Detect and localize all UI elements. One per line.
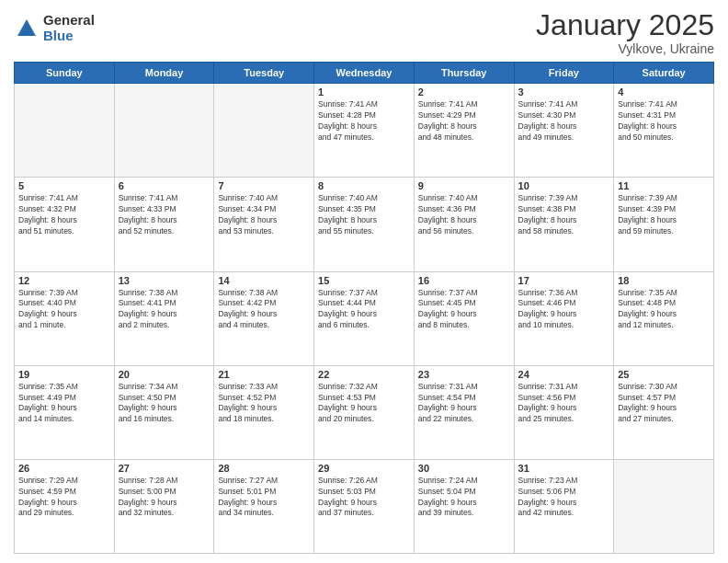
day-info: Sunrise: 7:33 AM Sunset: 4:52 PM Dayligh…	[218, 382, 310, 426]
day-number: 21	[218, 369, 310, 380]
day-number: 26	[18, 463, 110, 474]
weekday-header-friday: Friday	[514, 63, 614, 84]
calendar-cell-w0-d3: 1Sunrise: 7:41 AM Sunset: 4:28 PM Daylig…	[314, 84, 415, 178]
day-number: 25	[618, 369, 710, 380]
calendar-cell-w2-d4: 16Sunrise: 7:37 AM Sunset: 4:45 PM Dayli…	[414, 271, 514, 365]
day-info: Sunrise: 7:38 AM Sunset: 4:41 PM Dayligh…	[119, 288, 210, 332]
calendar-cell-w3-d2: 21Sunrise: 7:33 AM Sunset: 4:52 PM Dayli…	[214, 365, 314, 459]
day-number: 2	[418, 86, 510, 98]
day-number: 22	[318, 369, 410, 380]
day-info: Sunrise: 7:40 AM Sunset: 4:36 PM Dayligh…	[418, 193, 510, 237]
weekday-header-wednesday: Wednesday	[314, 63, 415, 84]
week-row-1: 5Sunrise: 7:41 AM Sunset: 4:32 PM Daylig…	[15, 178, 714, 271]
logo-icon	[14, 16, 40, 41]
calendar-cell-w4-d6	[614, 459, 714, 553]
day-number: 17	[518, 275, 610, 286]
calendar-cell-w2-d1: 13Sunrise: 7:38 AM Sunset: 4:41 PM Dayli…	[114, 271, 214, 365]
day-info: Sunrise: 7:41 AM Sunset: 4:30 PM Dayligh…	[518, 99, 610, 144]
day-info: Sunrise: 7:39 AM Sunset: 4:38 PM Dayligh…	[518, 193, 610, 237]
day-number: 11	[618, 180, 710, 191]
day-number: 15	[318, 275, 410, 286]
calendar-cell-w3-d4: 23Sunrise: 7:31 AM Sunset: 4:54 PM Dayli…	[414, 365, 514, 459]
calendar-cell-w4-d3: 29Sunrise: 7:26 AM Sunset: 5:03 PM Dayli…	[314, 459, 415, 553]
logo-text: General Blue	[43, 13, 95, 43]
day-info: Sunrise: 7:32 AM Sunset: 4:53 PM Dayligh…	[318, 382, 410, 426]
day-info: Sunrise: 7:34 AM Sunset: 4:50 PM Dayligh…	[119, 382, 210, 426]
calendar-cell-w4-d4: 30Sunrise: 7:24 AM Sunset: 5:04 PM Dayli…	[414, 459, 514, 553]
weekday-header-thursday: Thursday	[414, 63, 514, 84]
day-number: 23	[418, 369, 510, 380]
day-number: 7	[218, 180, 310, 191]
logo-general: General	[43, 13, 95, 29]
calendar-cell-w0-d6: 4Sunrise: 7:41 AM Sunset: 4:31 PM Daylig…	[614, 84, 714, 178]
logo-blue: Blue	[43, 29, 95, 44]
day-info: Sunrise: 7:31 AM Sunset: 4:56 PM Dayligh…	[518, 382, 610, 426]
weekday-header-monday: Monday	[114, 63, 214, 84]
day-number: 29	[318, 463, 410, 474]
day-info: Sunrise: 7:24 AM Sunset: 5:04 PM Dayligh…	[418, 476, 510, 520]
calendar-cell-w2-d0: 12Sunrise: 7:39 AM Sunset: 4:40 PM Dayli…	[15, 271, 115, 365]
calendar-cell-w1-d1: 6Sunrise: 7:41 AM Sunset: 4:33 PM Daylig…	[114, 178, 214, 271]
day-info: Sunrise: 7:28 AM Sunset: 5:00 PM Dayligh…	[119, 476, 210, 520]
logo: General Blue	[14, 13, 95, 43]
calendar-cell-w0-d0	[15, 84, 115, 178]
calendar-cell-w1-d4: 9Sunrise: 7:40 AM Sunset: 4:36 PM Daylig…	[414, 178, 514, 271]
day-info: Sunrise: 7:39 AM Sunset: 4:39 PM Dayligh…	[618, 193, 710, 237]
calendar-cell-w0-d5: 3Sunrise: 7:41 AM Sunset: 4:30 PM Daylig…	[514, 84, 614, 178]
calendar-cell-w3-d6: 25Sunrise: 7:30 AM Sunset: 4:57 PM Dayli…	[614, 365, 714, 459]
calendar-cell-w1-d0: 5Sunrise: 7:41 AM Sunset: 4:32 PM Daylig…	[15, 178, 115, 271]
calendar-cell-w3-d3: 22Sunrise: 7:32 AM Sunset: 4:53 PM Dayli…	[314, 365, 415, 459]
day-info: Sunrise: 7:41 AM Sunset: 4:32 PM Dayligh…	[18, 193, 110, 237]
day-number: 10	[518, 180, 610, 191]
day-info: Sunrise: 7:36 AM Sunset: 4:46 PM Dayligh…	[518, 288, 610, 332]
day-number: 4	[618, 86, 710, 98]
day-info: Sunrise: 7:41 AM Sunset: 4:28 PM Dayligh…	[318, 99, 410, 144]
day-info: Sunrise: 7:40 AM Sunset: 4:35 PM Dayligh…	[318, 193, 410, 237]
day-number: 9	[418, 180, 510, 191]
day-info: Sunrise: 7:26 AM Sunset: 5:03 PM Dayligh…	[318, 476, 410, 520]
day-number: 30	[418, 463, 510, 474]
calendar-cell-w0-d4: 2Sunrise: 7:41 AM Sunset: 4:29 PM Daylig…	[414, 84, 514, 178]
day-number: 14	[218, 275, 310, 286]
calendar-cell-w2-d5: 17Sunrise: 7:36 AM Sunset: 4:46 PM Dayli…	[514, 271, 614, 365]
calendar-cell-w4-d0: 26Sunrise: 7:29 AM Sunset: 4:59 PM Dayli…	[15, 459, 115, 553]
day-info: Sunrise: 7:38 AM Sunset: 4:42 PM Dayligh…	[218, 288, 310, 332]
calendar-cell-w3-d5: 24Sunrise: 7:31 AM Sunset: 4:56 PM Dayli…	[514, 365, 614, 459]
day-info: Sunrise: 7:31 AM Sunset: 4:54 PM Dayligh…	[418, 382, 510, 426]
day-number: 16	[418, 275, 510, 286]
day-number: 24	[518, 369, 610, 380]
day-number: 3	[518, 86, 610, 98]
day-info: Sunrise: 7:35 AM Sunset: 4:49 PM Dayligh…	[18, 382, 110, 426]
day-info: Sunrise: 7:41 AM Sunset: 4:29 PM Dayligh…	[418, 99, 510, 144]
calendar-cell-w4-d1: 27Sunrise: 7:28 AM Sunset: 5:00 PM Dayli…	[114, 459, 214, 553]
calendar-cell-w1-d6: 11Sunrise: 7:39 AM Sunset: 4:39 PM Dayli…	[614, 178, 714, 271]
calendar-cell-w1-d2: 7Sunrise: 7:40 AM Sunset: 4:34 PM Daylig…	[214, 178, 314, 271]
day-info: Sunrise: 7:41 AM Sunset: 4:33 PM Dayligh…	[119, 193, 210, 237]
calendar-cell-w0-d2	[214, 84, 314, 178]
day-info: Sunrise: 7:27 AM Sunset: 5:01 PM Dayligh…	[218, 476, 310, 520]
calendar-table: SundayMondayTuesdayWednesdayThursdayFrid…	[14, 62, 714, 554]
calendar-cell-w4-d2: 28Sunrise: 7:27 AM Sunset: 5:01 PM Dayli…	[214, 459, 314, 553]
day-number: 8	[318, 180, 410, 191]
calendar-cell-w3-d1: 20Sunrise: 7:34 AM Sunset: 4:50 PM Dayli…	[114, 365, 214, 459]
day-info: Sunrise: 7:35 AM Sunset: 4:48 PM Dayligh…	[618, 288, 710, 332]
day-number: 18	[618, 275, 710, 286]
day-number: 12	[18, 275, 110, 286]
weekday-header-saturday: Saturday	[614, 63, 714, 84]
page: General Blue January 2025 Vylkove, Ukrai…	[0, 0, 728, 563]
calendar-cell-w2-d3: 15Sunrise: 7:37 AM Sunset: 4:44 PM Dayli…	[314, 271, 415, 365]
day-number: 27	[119, 463, 210, 474]
week-row-2: 12Sunrise: 7:39 AM Sunset: 4:40 PM Dayli…	[15, 271, 714, 365]
day-info: Sunrise: 7:41 AM Sunset: 4:31 PM Dayligh…	[618, 99, 710, 144]
day-number: 31	[518, 463, 610, 474]
day-info: Sunrise: 7:39 AM Sunset: 4:40 PM Dayligh…	[18, 288, 110, 332]
day-info: Sunrise: 7:29 AM Sunset: 4:59 PM Dayligh…	[18, 476, 110, 520]
month-title: January 2025	[536, 9, 714, 41]
day-number: 20	[119, 369, 210, 380]
calendar-cell-w3-d0: 19Sunrise: 7:35 AM Sunset: 4:49 PM Dayli…	[15, 365, 115, 459]
calendar-cell-w4-d5: 31Sunrise: 7:23 AM Sunset: 5:06 PM Dayli…	[514, 459, 614, 553]
day-info: Sunrise: 7:37 AM Sunset: 4:44 PM Dayligh…	[318, 288, 410, 332]
day-number: 1	[318, 86, 410, 98]
day-number: 28	[218, 463, 310, 474]
weekday-header-sunday: Sunday	[15, 63, 115, 84]
